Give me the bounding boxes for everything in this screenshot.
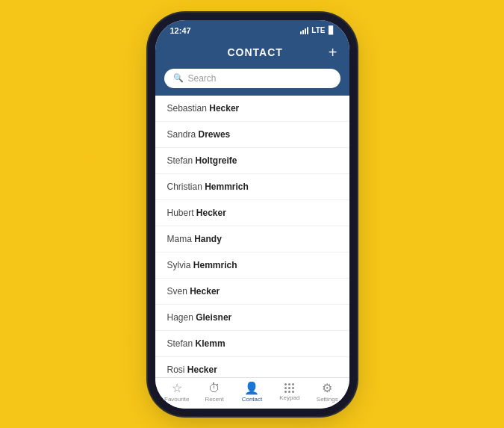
status-network: LTE: [311, 26, 325, 34]
contact-first-name: Hagen: [167, 312, 196, 323]
contact-first-name: Sebastian: [167, 103, 210, 114]
contact-first-name: Stefan: [167, 338, 196, 349]
signal-bar-4: [307, 27, 308, 34]
nav-label-contact: Contact: [242, 396, 263, 403]
decoration-blob-right-top: [385, 45, 504, 194]
contact-last-name: Handy: [194, 234, 222, 244]
nav-label-favourite: Favourite: [164, 396, 189, 403]
contact-item[interactable]: Hagen Gleisner: [155, 305, 349, 331]
contact-item[interactable]: Mama Handy: [155, 226, 349, 252]
search-bar[interactable]: 🔍 Search: [164, 69, 340, 88]
contact-first-name: Sven: [167, 286, 190, 297]
favourite-icon: ☆: [172, 382, 182, 394]
contact-last-name: Hecker: [190, 286, 220, 297]
contact-first-name: Christian: [167, 182, 205, 192]
bottom-nav: ☆ Favourite ⏱ Recent 👤 Contact Keypad ⚙ …: [155, 377, 349, 409]
nav-label-keypad: Keypad: [279, 394, 299, 401]
decoration-blob-right-bottom: [370, 294, 504, 428]
nav-label-recent: Recent: [205, 396, 223, 403]
status-time: 12:47: [170, 26, 191, 35]
contact-last-name: Drewes: [199, 129, 231, 140]
add-contact-button[interactable]: +: [329, 44, 337, 61]
header-title: CONTACT: [182, 46, 329, 58]
contact-list: Sebastian HeckerSandra DrewesStefan Holt…: [155, 96, 349, 377]
nav-item-contact[interactable]: 👤 Contact: [235, 382, 268, 403]
nav-label-settings: Settings: [317, 396, 338, 403]
contact-first-name: Hubert: [167, 208, 196, 218]
contact-item[interactable]: Hubert Hecker: [155, 200, 349, 226]
contact-item[interactable]: Stefan Holtgreife: [155, 148, 349, 174]
contact-item[interactable]: Sylvia Hemmrich: [155, 252, 349, 279]
contact-item[interactable]: Stefan Klemm: [155, 331, 349, 357]
contact-item[interactable]: Christian Hemmrich: [155, 174, 349, 200]
status-right: LTE ▊: [300, 26, 334, 34]
contact-last-name: Gleisner: [196, 312, 231, 323]
contact-icon: 👤: [244, 382, 259, 394]
contact-last-name: Holtgreife: [196, 155, 237, 166]
app-header: CONTACT +: [155, 38, 349, 69]
contact-last-name: Hecker: [209, 103, 239, 114]
signal-bar-1: [300, 31, 302, 34]
settings-icon: ⚙: [322, 382, 332, 394]
status-bar: 12:47 LTE ▊: [155, 20, 349, 38]
contact-first-name: Mama: [167, 234, 195, 244]
signal-bars: [300, 27, 308, 34]
nav-item-settings[interactable]: ⚙ Settings: [311, 382, 343, 403]
nav-item-recent[interactable]: ⏱ Recent: [198, 382, 231, 403]
search-icon: 🔍: [173, 73, 184, 83]
contact-item[interactable]: Sebastian Hecker: [155, 96, 349, 122]
contact-last-name: Hemmrich: [193, 260, 237, 270]
nav-item-keypad[interactable]: Keypad: [273, 383, 306, 401]
contact-last-name: Hecker: [196, 208, 226, 218]
search-placeholder: Search: [188, 73, 217, 84]
keypad-icon: [284, 383, 294, 393]
contact-last-name: Hemmrich: [205, 182, 249, 192]
recent-icon: ⏱: [208, 382, 220, 394]
signal-bar-2: [302, 30, 304, 34]
nav-item-favourite[interactable]: ☆ Favourite: [161, 382, 193, 403]
contact-last-name: Hecker: [187, 365, 217, 375]
contact-first-name: Stefan: [167, 155, 196, 166]
decoration-blob-left-bottom: [0, 279, 134, 428]
contact-last-name: Klemm: [196, 338, 225, 349]
status-battery: ▊: [329, 26, 335, 34]
contact-first-name: Rosi: [167, 365, 187, 375]
contact-item[interactable]: Rosi Hecker: [155, 357, 349, 377]
contact-item[interactable]: Sandra Drewes: [155, 122, 349, 148]
signal-bar-3: [305, 28, 306, 34]
search-container: 🔍 Search: [155, 69, 349, 96]
contact-first-name: Sylvia: [167, 260, 193, 270]
phone-frame: 12:47 LTE ▊ CONTACT + 🔍 Search Sebastian…: [155, 20, 349, 409]
contact-first-name: Sandra: [167, 129, 199, 140]
decoration-blob-left-top: [0, 0, 149, 164]
contact-item[interactable]: Sven Hecker: [155, 279, 349, 305]
